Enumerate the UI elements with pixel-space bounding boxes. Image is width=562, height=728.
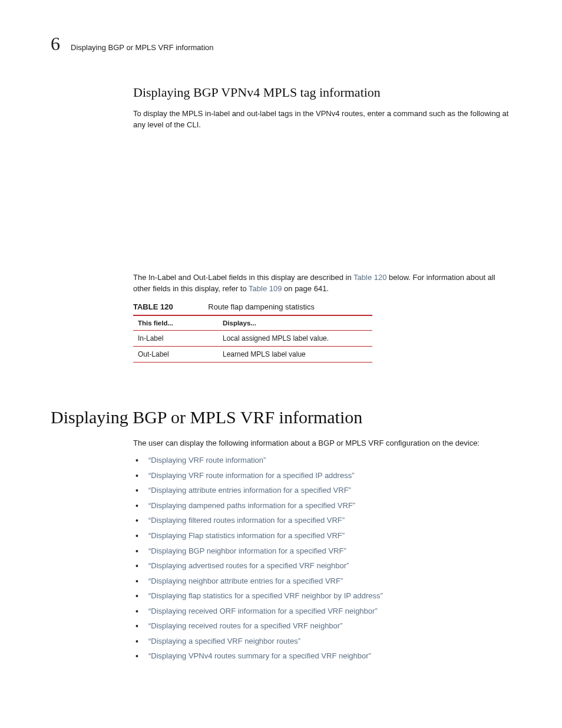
table-label: TABLE 120 [133,302,173,311]
table-element: This field... Displays... In-Label Local… [133,315,372,363]
para2-pre: The In-Label and Out-Label fields in thi… [133,273,353,282]
list-item: “Displaying filtered routes information … [133,515,511,526]
th-displays: Displays... [218,315,372,331]
xref-link[interactable]: “Displaying flap statistics for a specif… [148,591,383,600]
td-displays: Local assigned MPLS label value. [218,331,372,347]
table-120: TABLE 120 Route flap dampening statistic… [133,300,372,363]
xref-link[interactable]: “Displaying received ORF information for… [148,607,378,615]
section1-para2: The In-Label and Out-Label fields in thi… [133,272,511,295]
td-field: In-Label [133,331,218,347]
xref-link[interactable]: “Displaying filtered routes information … [148,516,345,525]
content-column: Displaying BGP VPNv4 MPLS tag informatio… [133,85,511,363]
chapter-number: 6 [51,34,60,53]
table-row: In-Label Local assigned MPLS label value… [133,331,372,347]
link-table-109[interactable]: Table 109 [249,284,282,293]
table-header-row: This field... Displays... [133,315,372,331]
list-item: “Displaying BGP neighbor information for… [133,546,511,556]
xref-link[interactable]: “Displaying a specified VRF neighbor rou… [148,637,300,645]
list-item: “Displaying attribute entries informatio… [133,485,511,496]
xref-link[interactable]: “Displaying VRF route information” [148,456,266,465]
xref-link[interactable]: “Displaying neighbor attribute entries f… [148,577,343,585]
link-list: “Displaying VRF route information” “Disp… [133,455,511,661]
list-item: “Displaying VRF route information for a … [133,470,511,481]
link-table-120[interactable]: Table 120 [353,273,386,282]
section1-intro: To display the MPLS in-label and out-lab… [133,108,511,131]
table-caption: TABLE 120 Route flap dampening statistic… [133,300,372,315]
list-item: “Displaying neighbor attribute entries f… [133,576,511,587]
code-output-placeholder [133,137,511,272]
section-heading-tags: Displaying BGP VPNv4 MPLS tag informatio… [133,85,511,100]
list-item: “Displaying flap statistics for a specif… [133,591,511,601]
th-field: This field... [133,315,218,331]
list-item: “Displaying received ORF information for… [133,606,511,617]
td-field: Out-Label [133,347,218,363]
list-item: “Displaying advertised routes for a spec… [133,561,511,571]
xref-link[interactable]: “Displaying VPNv4 routes summary for a s… [148,651,371,660]
page-header: 6 Displaying BGP or MPLS VRF information [51,34,511,53]
list-item: “Displaying Flap statistics information … [133,531,511,541]
xref-link[interactable]: “Displaying advertised routes for a spec… [148,561,349,570]
xref-link[interactable]: “Displaying dampened paths information f… [148,501,355,510]
content-column-2: The user can display the following infor… [133,438,511,661]
table-row: Out-Label Learned MPLS label value [133,347,372,363]
list-item: “Displaying a specified VRF neighbor rou… [133,636,511,647]
xref-link[interactable]: “Displaying Flap statistics information … [148,531,345,540]
running-title: Displaying BGP or MPLS VRF information [71,43,214,52]
list-item: “Displaying received routes for a specif… [133,621,511,631]
page: 6 Displaying BGP or MPLS VRF information… [0,0,562,728]
list-item: “Displaying VRF route information” [133,455,511,466]
table-title: Route flap dampening statistics [208,302,315,311]
para2-post: on page 641. [282,284,329,293]
section2-intro: The user can display the following infor… [133,438,511,449]
section-heading-vrf: Displaying BGP or MPLS VRF information [51,407,511,427]
td-displays: Learned MPLS label value [218,347,372,363]
list-item: “Displaying VPNv4 routes summary for a s… [133,651,511,661]
xref-link[interactable]: “Displaying BGP neighbor information for… [148,546,346,555]
list-item: “Displaying dampened paths information f… [133,500,511,511]
xref-link[interactable]: “Displaying VRF route information for a … [148,471,354,480]
xref-link[interactable]: “Displaying received routes for a specif… [148,621,343,630]
xref-link[interactable]: “Displaying attribute entries informatio… [148,486,351,495]
